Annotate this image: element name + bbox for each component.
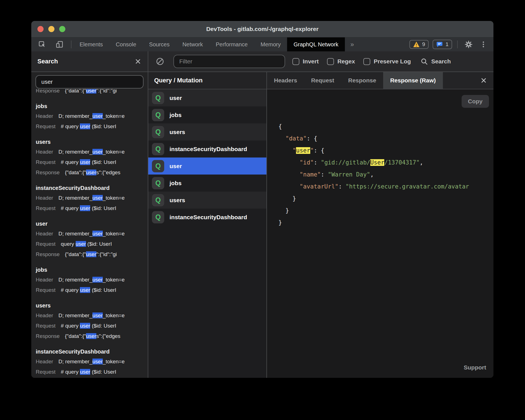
search-result-line[interactable]: HeaderD; remember_user_token=e <box>36 147 143 157</box>
close-detail-panel-icon[interactable] <box>480 72 493 89</box>
settings-gear-icon[interactable] <box>463 40 474 49</box>
search-result-line[interactable]: HeaderD; remember_user_token=e <box>36 111 143 121</box>
checkbox-preserve-log[interactable]: Preserve Log <box>363 58 411 65</box>
warnings-badge[interactable]: 9 <box>409 40 429 49</box>
query-list-item[interactable]: Quser <box>148 157 266 175</box>
checkbox-invert[interactable]: Invert <box>292 58 319 65</box>
search-match-highlight: user <box>76 241 86 247</box>
search-result-line[interactable]: Response{"data":{"users":{"edges <box>36 167 143 178</box>
support-link[interactable]: Support <box>464 361 486 373</box>
tab-request[interactable]: Request <box>304 72 341 89</box>
search-match-highlight: user <box>80 159 90 165</box>
query-list-item[interactable]: Qusers <box>148 192 266 209</box>
search-result-line[interactable]: Request# query user ($id: UserI <box>36 121 143 132</box>
minimize-window-button[interactable] <box>48 26 54 32</box>
checkbox-box-invert[interactable] <box>292 58 299 65</box>
query-list-item[interactable]: Quser <box>148 89 266 106</box>
tab-sources[interactable]: Sources <box>143 37 176 51</box>
query-type-badge: Q <box>152 109 164 121</box>
query-item-label: jobs <box>170 180 182 187</box>
search-result-heading: users <box>36 137 143 147</box>
search-match-highlight: user <box>80 205 90 211</box>
search-result-label: Header <box>36 113 53 119</box>
search-result-text: D; remember_ <box>58 195 92 201</box>
copy-button[interactable]: Copy <box>462 95 489 108</box>
search-result-line[interactable]: HeaderD; remember_user_token=e <box>36 275 143 285</box>
filter-input[interactable] <box>173 55 285 68</box>
query-item-label: user <box>170 95 182 101</box>
more-tabs-button[interactable]: » <box>345 37 360 51</box>
query-list-item[interactable]: Qjobs <box>148 106 266 123</box>
close-search-panel-icon[interactable] <box>134 58 142 65</box>
json-token: "Warren Day" <box>328 171 370 178</box>
query-list-item[interactable]: QinstanceSecurityDashboard <box>148 140 266 157</box>
search-result-line[interactable]: Requestquery user ($id: UserI <box>36 239 143 249</box>
json-token: /13704317" <box>384 159 419 166</box>
json-token: "id" <box>300 159 314 166</box>
query-list-item[interactable]: QinstanceSecurityDashboard <box>148 209 266 226</box>
search-result-label: Response <box>36 170 60 175</box>
tab-bar-divider <box>71 40 71 48</box>
issues-count: 1 <box>445 41 448 47</box>
clear-log-icon[interactable] <box>154 57 166 66</box>
search-result-line[interactable]: Request# query user ($id: UserI <box>36 321 143 331</box>
checkbox-regex[interactable]: Regex <box>327 58 355 65</box>
search-result-text: # query <box>61 287 80 293</box>
search-result-label: Request <box>36 241 56 247</box>
tab-elements[interactable]: Elements <box>73 37 109 51</box>
search-input[interactable] <box>35 75 144 89</box>
search-result-line[interactable]: Response{"data":{"user":{"id":"gi <box>36 89 143 96</box>
toolbar-search-button[interactable]: Search <box>420 58 451 65</box>
query-list-item[interactable]: Qusers <box>148 123 266 140</box>
search-result-text: {"data":{" <box>65 89 86 94</box>
checkbox-box-regex[interactable] <box>327 58 334 65</box>
device-toolbar-icon[interactable] <box>54 40 65 49</box>
tab-console[interactable]: Console <box>109 37 142 51</box>
kebab-menu-icon[interactable] <box>478 40 488 48</box>
search-result-heading: jobs <box>36 265 143 275</box>
json-token <box>278 183 300 190</box>
query-list-item[interactable]: Qjobs <box>148 175 266 192</box>
checkbox-box-preserve-log[interactable] <box>363 58 370 65</box>
tab-response[interactable]: Response <box>341 72 383 89</box>
search-result-line[interactable]: HeaderD; remember_user_token=e <box>36 310 143 321</box>
search-result-line[interactable]: HeaderD; remember_user_token=e <box>36 356 143 367</box>
json-token <box>278 147 293 154</box>
search-icon <box>420 58 428 65</box>
tab-graphql-network[interactable]: GraphQL Network <box>287 37 345 51</box>
query-type-badge: Q <box>152 92 164 104</box>
tab-response-raw[interactable]: Response (Raw) <box>383 72 443 89</box>
search-result-line[interactable]: HeaderD; remember_user_token=e <box>36 228 143 239</box>
tab-memory[interactable]: Memory <box>254 37 287 51</box>
zoom-window-button[interactable] <box>59 26 65 32</box>
search-match-highlight: user <box>80 287 90 293</box>
search-result-line[interactable]: HeaderD; remember_user_token=e <box>36 193 143 203</box>
tab-network[interactable]: Network <box>176 37 209 51</box>
search-result-line[interactable]: Response{"data":{"user":{"id":"gi <box>36 249 143 259</box>
search-result-label: Header <box>36 359 53 364</box>
close-window-button[interactable] <box>37 26 44 32</box>
search-match-highlight: user <box>92 195 103 201</box>
search-result-text: _token=e <box>103 113 125 119</box>
search-result-line[interactable]: Request# query user ($id: UserI <box>36 285 143 295</box>
search-result-text: _token=e <box>103 149 125 155</box>
search-result-line[interactable]: Request# query user ($id: UserI <box>36 203 143 213</box>
tab-strip: ElementsConsoleSourcesNetworkPerformance… <box>73 37 359 51</box>
json-token: : { <box>314 147 324 154</box>
issues-badge[interactable]: 1 <box>433 40 452 49</box>
search-result-text: {"data":{" <box>65 251 86 257</box>
tab-headers[interactable]: Headers <box>267 72 304 89</box>
search-result-line[interactable]: Request# query user ($id: UserI <box>36 367 143 377</box>
search-result-label: Response <box>36 89 60 94</box>
json-match-highlight: User <box>370 159 385 166</box>
search-match-highlight: user <box>92 312 103 318</box>
search-result-label: Header <box>36 195 53 201</box>
search-result-text: ($id: UserI <box>86 241 112 247</box>
search-result-line[interactable]: Response{"data":{"users":{"edges <box>36 331 143 341</box>
search-result-line[interactable]: Request# query user ($id: UserI <box>36 157 143 167</box>
tab-performance[interactable]: Performance <box>209 37 254 51</box>
search-panel: Search Response{"data":{"user":{"id":"gi… <box>31 51 148 378</box>
search-result-text: _token=e <box>103 277 125 283</box>
query-type-badge: Q <box>152 126 164 138</box>
inspect-element-icon[interactable] <box>36 40 48 49</box>
